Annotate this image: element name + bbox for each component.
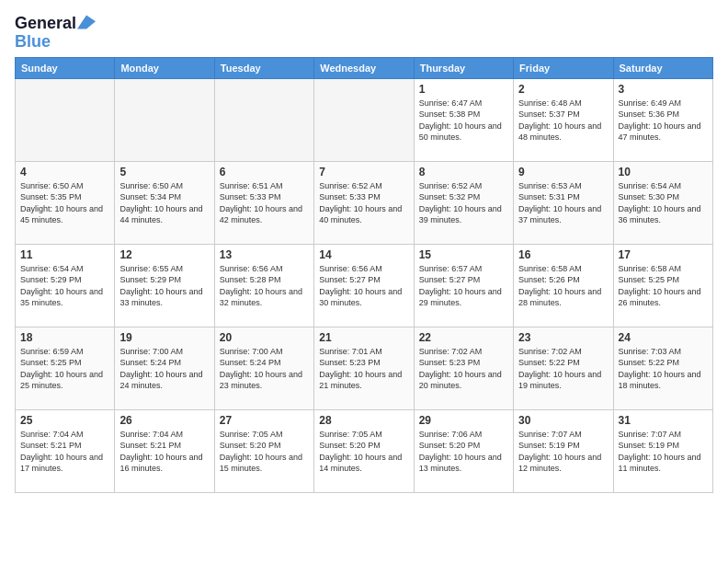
day-number: 10 (619, 166, 708, 178)
day-number: 11 (20, 248, 109, 261)
week-row-4: 18Sunrise: 6:59 AMSunset: 5:25 PMDayligh… (16, 327, 713, 409)
day-info: Sunrise: 7:05 AMSunset: 5:20 PMDaylight:… (319, 429, 408, 475)
page-header: GeneralBlue (15, 15, 713, 52)
day-number: 29 (419, 414, 508, 427)
week-row-5: 25Sunrise: 7:04 AMSunset: 5:21 PMDayligh… (16, 409, 713, 492)
empty-cell (214, 78, 313, 161)
day-cell-16: 16Sunrise: 6:58 AMSunset: 5:26 PMDayligh… (514, 244, 613, 327)
day-info: Sunrise: 7:02 AMSunset: 5:23 PMDaylight:… (419, 346, 508, 392)
day-number: 15 (419, 248, 508, 261)
day-number: 26 (119, 414, 209, 427)
day-cell-8: 8Sunrise: 6:52 AMSunset: 5:32 PMDaylight… (414, 161, 513, 244)
day-cell-5: 5Sunrise: 6:50 AMSunset: 5:34 PMDaylight… (115, 161, 214, 244)
day-cell-11: 11Sunrise: 6:54 AMSunset: 5:29 PMDayligh… (16, 244, 115, 327)
day-cell-6: 6Sunrise: 6:51 AMSunset: 5:33 PMDaylight… (214, 161, 313, 244)
day-info: Sunrise: 7:05 AMSunset: 5:20 PMDaylight:… (220, 429, 309, 475)
day-info: Sunrise: 7:07 AMSunset: 5:19 PMDaylight:… (518, 429, 608, 475)
day-info: Sunrise: 7:07 AMSunset: 5:19 PMDaylight:… (619, 429, 708, 475)
day-number: 4 (20, 166, 109, 178)
day-info: Sunrise: 7:04 AMSunset: 5:21 PMDaylight:… (20, 429, 109, 475)
week-row-1: 1Sunrise: 6:47 AMSunset: 5:38 PMDaylight… (16, 78, 713, 161)
day-number: 6 (220, 166, 309, 178)
day-info: Sunrise: 6:47 AMSunset: 5:38 PMDaylight:… (419, 98, 508, 144)
day-info: Sunrise: 6:49 AMSunset: 5:36 PMDaylight:… (619, 98, 708, 144)
day-number: 19 (119, 331, 209, 344)
day-number: 2 (518, 83, 608, 96)
day-cell-26: 26Sunrise: 7:04 AMSunset: 5:21 PMDayligh… (115, 409, 214, 492)
day-cell-17: 17Sunrise: 6:58 AMSunset: 5:25 PMDayligh… (613, 244, 712, 327)
empty-cell (115, 78, 214, 161)
day-info: Sunrise: 6:54 AMSunset: 5:30 PMDaylight:… (619, 180, 708, 226)
day-cell-30: 30Sunrise: 7:07 AMSunset: 5:19 PMDayligh… (514, 409, 613, 492)
day-info: Sunrise: 6:52 AMSunset: 5:32 PMDaylight:… (419, 180, 508, 226)
day-cell-12: 12Sunrise: 6:55 AMSunset: 5:29 PMDayligh… (115, 244, 214, 327)
day-cell-25: 25Sunrise: 7:04 AMSunset: 5:21 PMDayligh… (16, 409, 115, 492)
day-info: Sunrise: 7:02 AMSunset: 5:22 PMDaylight:… (518, 346, 608, 392)
day-cell-18: 18Sunrise: 6:59 AMSunset: 5:25 PMDayligh… (16, 327, 115, 409)
day-cell-2: 2Sunrise: 6:48 AMSunset: 5:37 PMDaylight… (514, 78, 613, 161)
day-number: 17 (619, 248, 708, 261)
day-info: Sunrise: 6:50 AMSunset: 5:34 PMDaylight:… (119, 180, 209, 226)
day-number: 31 (619, 414, 708, 427)
day-info: Sunrise: 7:00 AMSunset: 5:24 PMDaylight:… (220, 346, 309, 392)
svg-marker-0 (77, 16, 96, 29)
day-number: 7 (319, 166, 408, 178)
day-number: 30 (518, 414, 608, 427)
day-info: Sunrise: 6:52 AMSunset: 5:33 PMDaylight:… (319, 180, 408, 226)
day-number: 27 (220, 414, 309, 427)
day-cell-9: 9Sunrise: 6:53 AMSunset: 5:31 PMDaylight… (514, 161, 613, 244)
day-info: Sunrise: 6:53 AMSunset: 5:31 PMDaylight:… (518, 180, 608, 226)
calendar-table: SundayMondayTuesdayWednesdayThursdayFrid… (15, 57, 713, 493)
day-cell-20: 20Sunrise: 7:00 AMSunset: 5:24 PMDayligh… (214, 327, 313, 409)
day-cell-23: 23Sunrise: 7:02 AMSunset: 5:22 PMDayligh… (514, 327, 613, 409)
day-info: Sunrise: 6:57 AMSunset: 5:27 PMDaylight:… (419, 263, 508, 309)
day-cell-29: 29Sunrise: 7:06 AMSunset: 5:20 PMDayligh… (414, 409, 513, 492)
weekday-header-monday: Monday (115, 57, 214, 78)
day-info: Sunrise: 6:54 AMSunset: 5:29 PMDaylight:… (20, 263, 109, 309)
day-number: 5 (119, 166, 209, 178)
day-number: 13 (220, 248, 309, 261)
day-number: 22 (419, 331, 508, 344)
day-number: 1 (419, 83, 508, 96)
day-cell-13: 13Sunrise: 6:56 AMSunset: 5:28 PMDayligh… (214, 244, 313, 327)
day-info: Sunrise: 6:51 AMSunset: 5:33 PMDaylight:… (220, 180, 309, 226)
day-number: 18 (20, 331, 109, 344)
day-cell-22: 22Sunrise: 7:02 AMSunset: 5:23 PMDayligh… (414, 327, 513, 409)
day-cell-3: 3Sunrise: 6:49 AMSunset: 5:36 PMDaylight… (613, 78, 712, 161)
weekday-header-friday: Friday (514, 57, 613, 78)
day-number: 8 (419, 166, 508, 178)
day-info: Sunrise: 7:01 AMSunset: 5:23 PMDaylight:… (319, 346, 408, 392)
day-cell-31: 31Sunrise: 7:07 AMSunset: 5:19 PMDayligh… (613, 409, 712, 492)
weekday-header-wednesday: Wednesday (314, 57, 414, 78)
day-number: 14 (319, 248, 408, 261)
week-row-2: 4Sunrise: 6:50 AMSunset: 5:35 PMDaylight… (16, 161, 713, 244)
day-cell-28: 28Sunrise: 7:05 AMSunset: 5:20 PMDayligh… (314, 409, 414, 492)
day-cell-1: 1Sunrise: 6:47 AMSunset: 5:38 PMDaylight… (414, 78, 513, 161)
day-info: Sunrise: 6:58 AMSunset: 5:25 PMDaylight:… (619, 263, 708, 309)
day-number: 3 (619, 83, 708, 96)
day-info: Sunrise: 6:55 AMSunset: 5:29 PMDaylight:… (119, 263, 209, 309)
day-info: Sunrise: 7:04 AMSunset: 5:21 PMDaylight:… (119, 429, 209, 475)
day-info: Sunrise: 7:03 AMSunset: 5:22 PMDaylight:… (619, 346, 708, 392)
day-cell-7: 7Sunrise: 6:52 AMSunset: 5:33 PMDaylight… (314, 161, 414, 244)
day-number: 12 (119, 248, 209, 261)
day-number: 16 (518, 248, 608, 261)
logo-text: GeneralBlue (15, 15, 96, 52)
header-row: SundayMondayTuesdayWednesdayThursdayFrid… (16, 57, 713, 78)
day-info: Sunrise: 6:48 AMSunset: 5:37 PMDaylight:… (518, 98, 608, 144)
empty-cell (314, 78, 414, 161)
day-number: 20 (220, 331, 309, 344)
day-cell-15: 15Sunrise: 6:57 AMSunset: 5:27 PMDayligh… (414, 244, 513, 327)
day-cell-21: 21Sunrise: 7:01 AMSunset: 5:23 PMDayligh… (314, 327, 414, 409)
day-number: 23 (518, 331, 608, 344)
day-info: Sunrise: 6:56 AMSunset: 5:28 PMDaylight:… (220, 263, 309, 309)
day-info: Sunrise: 6:50 AMSunset: 5:35 PMDaylight:… (20, 180, 109, 226)
day-info: Sunrise: 6:58 AMSunset: 5:26 PMDaylight:… (518, 263, 608, 309)
day-number: 24 (619, 331, 708, 344)
day-info: Sunrise: 7:06 AMSunset: 5:20 PMDaylight:… (419, 429, 508, 475)
empty-cell (16, 78, 115, 161)
day-number: 21 (319, 331, 408, 344)
weekday-header-saturday: Saturday (613, 57, 712, 78)
day-number: 25 (20, 414, 109, 427)
day-cell-4: 4Sunrise: 6:50 AMSunset: 5:35 PMDaylight… (16, 161, 115, 244)
